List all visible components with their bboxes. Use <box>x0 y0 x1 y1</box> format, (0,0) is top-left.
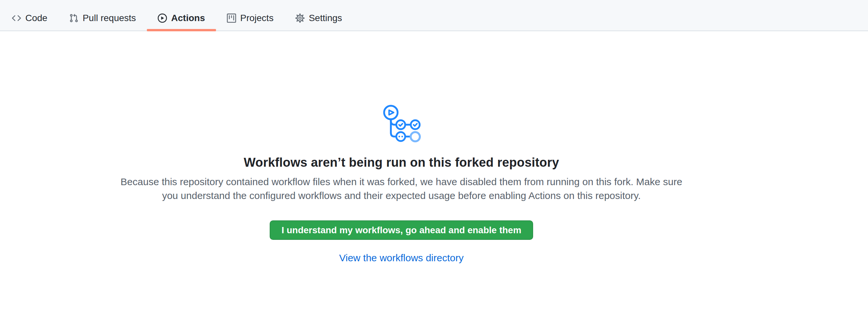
repo-tab-bar: Code Pull requests Actions Projects <box>0 0 868 31</box>
tab-settings-label: Settings <box>309 13 342 23</box>
git-pull-request-icon <box>69 13 79 23</box>
tab-pull-requests[interactable]: Pull requests <box>58 6 147 30</box>
tab-actions-label: Actions <box>171 13 205 23</box>
tab-pull-requests-label: Pull requests <box>83 13 136 23</box>
workflow-graph-icon <box>381 104 422 143</box>
blankslate-description: Because this repository contained workfl… <box>118 175 685 203</box>
tab-code[interactable]: Code <box>1 6 58 30</box>
play-icon <box>158 13 167 23</box>
tab-actions[interactable]: Actions <box>147 6 216 30</box>
enable-workflows-button[interactable]: I understand my workflows, go ahead and … <box>270 220 533 240</box>
code-icon <box>12 13 21 23</box>
tab-projects-label: Projects <box>240 13 274 23</box>
page-title: Workflows aren’t being run on this forke… <box>0 155 803 170</box>
gear-icon <box>296 13 305 23</box>
tab-projects[interactable]: Projects <box>216 6 284 30</box>
project-icon <box>227 13 236 23</box>
view-workflows-directory-link[interactable]: View the workflows directory <box>339 252 464 263</box>
actions-disabled-blankslate: Workflows aren’t being run on this forke… <box>0 104 868 263</box>
tab-code-label: Code <box>25 13 48 23</box>
tab-settings[interactable]: Settings <box>284 6 353 30</box>
